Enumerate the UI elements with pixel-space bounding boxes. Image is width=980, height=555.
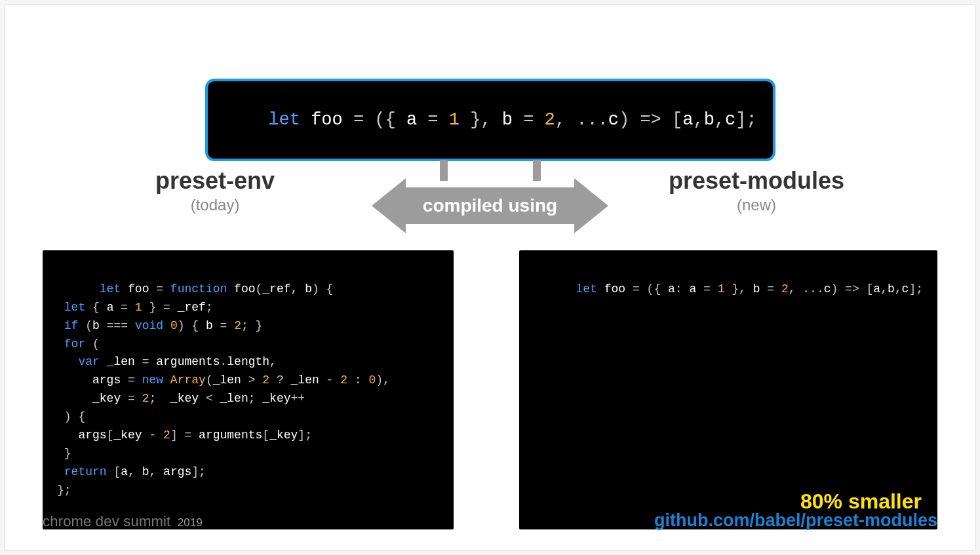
double-arrow-icon: compiled using — [372, 178, 608, 233]
preset-env-code: let foo = function foo(_ref, b) { let { … — [57, 282, 390, 497]
arrow-stem-right — [533, 160, 541, 181]
arrow-stems — [440, 160, 541, 181]
output-panels: let foo = function foo(_ref, b) { let { … — [43, 250, 937, 529]
github-link[interactable]: github.com/babel/preset-modules — [654, 510, 937, 531]
arrow-left-icon — [372, 178, 406, 233]
arrow-label: compiled using — [406, 187, 574, 224]
arrow-diagram: compiled using — [43, 160, 937, 233]
source-code-box: let foo = ({ a = 1 }, b = 2, ...c) => [a… — [205, 79, 775, 161]
preset-modules-output: let foo = ({ a: a = 1 }, b = 2, ...c) =>… — [519, 250, 937, 529]
arrow-right-icon — [574, 178, 608, 233]
event-name: chrome dev summit — [43, 513, 170, 529]
preset-modules-code: let foo = ({ a: a = 1 }, b = 2, ...c) =>… — [576, 282, 923, 296]
event-label: chrome dev summit 2019 — [43, 513, 203, 530]
source-code: let foo = ({ a = 1 }, b = 2, ...c) => [a… — [268, 110, 756, 130]
slide-footer: chrome dev summit 2019 github.com/babel/… — [43, 510, 937, 531]
slide: let foo = ({ a = 1 }, b = 2, ...c) => [a… — [4, 4, 976, 551]
preset-env-output: let foo = function foo(_ref, b) { let { … — [43, 250, 454, 529]
arrow-stem-left — [440, 160, 448, 181]
event-year: 2019 — [178, 516, 203, 529]
